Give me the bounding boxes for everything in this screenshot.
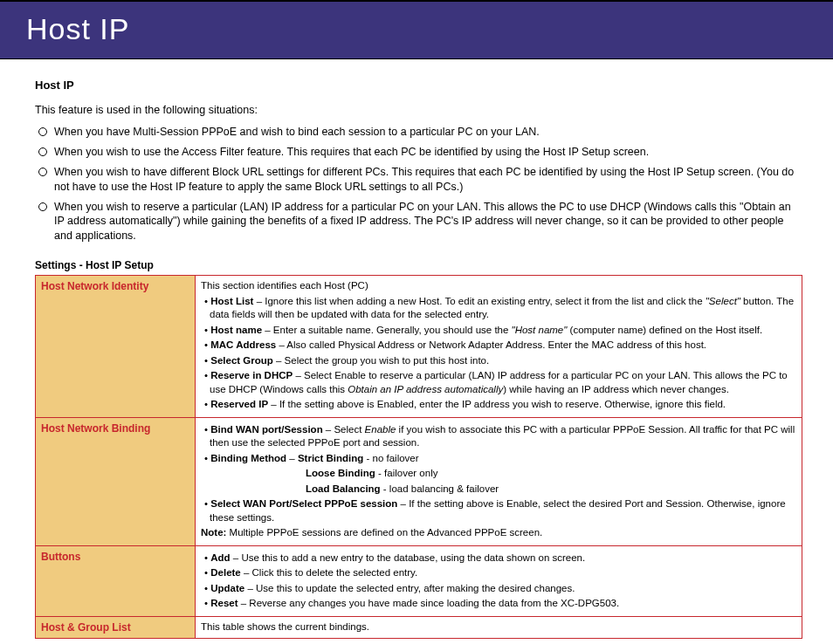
section-subhead: Host IP: [35, 79, 802, 92]
loose-binding-item: Loose Binding - failover only: [297, 467, 796, 481]
row-cell-hostgroup: This table shows the current bindings.: [196, 616, 802, 638]
row-cell-buttons: • Add – Use this to add a new entry to t…: [196, 545, 802, 616]
load-balancing-item: Load Balancing - load balancing & failov…: [297, 483, 796, 497]
add-button-item: • Add – Use this to add a new entry to t…: [201, 552, 796, 565]
reserve-dhcp-item: • Reserve in DHCP – Select Enable to res…: [201, 369, 796, 396]
bind-wan-item: • Bind WAN port/Session – Select Enable …: [201, 423, 796, 450]
update-button-label: Update: [210, 583, 244, 593]
host-list-item: • Host List – Ignore this list when addi…: [201, 295, 796, 322]
add-button-label: Add: [210, 552, 230, 563]
note-label: Note:: [201, 527, 226, 538]
row-header-identity: Host Network Identity: [36, 276, 196, 418]
binding-method-label: Binding Method: [210, 453, 286, 463]
host-name-label: Host name: [210, 325, 262, 335]
row-header-buttons: Buttons: [36, 545, 196, 616]
feature-situations-list: When you have Multi-Session PPPoE and wi…: [35, 125, 802, 243]
row-header-binding: Host Network Binding: [36, 417, 196, 545]
reserved-ip-label: Reserved IP: [210, 399, 268, 409]
reserve-dhcp-label: Reserve in DHCP: [210, 370, 293, 380]
page-header: Host IP: [0, 0, 833, 59]
update-button-item: • Update – Use this to update the select…: [201, 582, 796, 596]
strict-binding-label: Strict Binding: [298, 453, 363, 463]
host-ip-setup-table: Host Network Identity This section ident…: [35, 275, 802, 639]
row-header-hostgroup: Host & Group List: [36, 616, 196, 638]
bind-wan-label: Bind WAN port/Session: [210, 424, 322, 435]
host-list-label: Host List: [210, 296, 253, 306]
select-group-label: Select Group: [210, 355, 273, 366]
identity-lead-text: This section identifies each Host (PC): [201, 279, 796, 293]
list-item: When you wish to use the Access Filter f…: [54, 145, 802, 160]
binding-method-item: • Binding Method – Strict Binding - no f…: [201, 452, 796, 466]
note-item: Note: Multiple PPPoE sessions are define…: [201, 526, 796, 540]
reserved-ip-item: • Reserved IP – If the setting above is …: [201, 398, 796, 412]
row-cell-identity: This section identifies each Host (PC) •…: [196, 276, 802, 418]
reset-button-label: Reset: [210, 598, 238, 608]
row-cell-binding: • Bind WAN port/Session – Select Enable …: [196, 417, 802, 545]
host-name-item: • Host name – Enter a suitable name. Gen…: [201, 324, 796, 338]
mac-address-label: MAC Address: [210, 339, 276, 350]
mac-address-item: • MAC Address – Also called Physical Add…: [201, 339, 796, 353]
select-wan-port-label: Select WAN Port/Select PPPoE session: [210, 498, 397, 509]
page-title: Host IP: [26, 12, 807, 46]
load-balancing-label: Load Balancing: [306, 483, 381, 494]
loose-binding-label: Loose Binding: [306, 468, 375, 478]
select-group-item: • Select Group – Select the group you wi…: [201, 354, 796, 368]
list-item: When you have Multi-Session PPPoE and wi…: [54, 125, 802, 140]
reset-button-item: • Reset – Reverse any changes you have m…: [201, 597, 796, 611]
list-item: When you wish to have different Block UR…: [54, 165, 802, 195]
page-content: Host IP This feature is used in the foll…: [0, 59, 833, 644]
list-item: When you wish to reserve a particular (L…: [54, 200, 802, 244]
delete-button-item: • Delete – Click this to delete the sele…: [201, 566, 796, 580]
intro-text: This feature is used in the following si…: [35, 104, 802, 116]
table-title: Settings - Host IP Setup: [35, 259, 802, 271]
delete-button-label: Delete: [210, 567, 241, 578]
select-wan-port-item: • Select WAN Port/Select PPPoE session –…: [201, 497, 796, 524]
